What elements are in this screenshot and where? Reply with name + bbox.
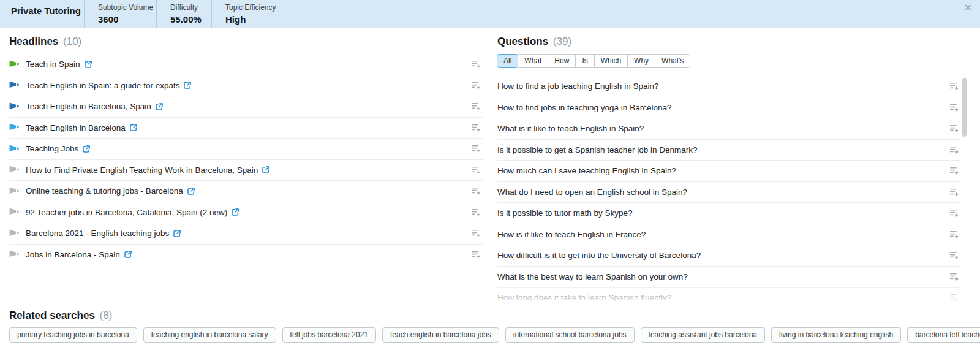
filter-tab[interactable]: What (518, 54, 548, 68)
headline-link[interactable]: Teach English in Barcelona, Spain (20, 102, 163, 111)
add-to-list-button[interactable] (471, 208, 481, 217)
headline-link[interactable]: Jobs in Barcelona - Spain (20, 250, 132, 259)
add-to-list-button[interactable] (949, 124, 959, 133)
headline-link[interactable]: Teaching Jobs (20, 144, 90, 153)
stat-item: Difficulty 55.00% (156, 0, 211, 28)
headline-text: Teach in Spain (26, 59, 80, 69)
headlines-title: Headlines (10) (9, 35, 483, 48)
question-text[interactable]: How to find jobs in teaching yoga in Bar… (497, 103, 671, 112)
external-link-icon (173, 230, 181, 237)
external-link-icon (124, 251, 132, 258)
question-text[interactable]: How difficult is it to get into the Univ… (497, 251, 701, 260)
add-to-list-button[interactable] (471, 250, 481, 259)
add-to-list-button[interactable] (949, 82, 959, 91)
add-to-list-button[interactable] (949, 230, 959, 239)
question-text[interactable]: How much can I save teaching English in … (497, 166, 676, 175)
headline-row: Teaching Jobs (9, 139, 483, 160)
questions-scrollbar[interactable] (962, 78, 967, 137)
add-to-list-button[interactable] (471, 123, 481, 132)
headline-link[interactable]: How to Find Private English Teaching Wor… (20, 166, 270, 175)
filter-tab[interactable]: Is (575, 54, 594, 68)
questions-list: How to find a job teaching English in Sp… (497, 76, 960, 302)
headline-row: Teach in Spain (9, 54, 483, 75)
megaphone-icon (9, 166, 20, 174)
content-right-edge (978, 28, 978, 358)
headline-link[interactable]: Teach English in Spain: a guide for expa… (20, 81, 191, 90)
question-text[interactable]: How is it like to teach English in Franc… (497, 230, 646, 239)
question-row: How to find jobs in teaching yoga in Bar… (497, 97, 960, 119)
questions-title-text: Questions (497, 36, 548, 47)
add-to-list-button[interactable] (949, 208, 959, 218)
filter-tab[interactable]: Which (594, 54, 628, 68)
add-to-list-button[interactable] (471, 166, 481, 175)
question-row: What is it like to teach English in Spai… (497, 118, 960, 140)
add-to-list-button[interactable] (949, 166, 959, 175)
headline-link[interactable]: Teach in Spain (20, 59, 92, 69)
add-to-list-button[interactable] (471, 59, 481, 69)
add-to-list-button[interactable] (471, 102, 481, 111)
panel-divider-vertical (488, 28, 488, 305)
external-link-icon (232, 208, 239, 216)
add-to-list-button[interactable] (949, 272, 959, 281)
filter-tab[interactable]: How (548, 54, 576, 68)
headline-row: 92 Teacher jobs in Barcelona, Catalonia,… (9, 202, 483, 224)
headline-link[interactable]: 92 Teacher jobs in Barcelona, Catalonia,… (20, 208, 239, 217)
question-text[interactable]: What is the best way to learn Spanish on… (497, 272, 688, 281)
headline-text: Teach English in Barcelona (26, 123, 126, 132)
add-to-list-button[interactable] (949, 188, 959, 197)
related-search-chip[interactable]: living in barcelona teaching english (771, 327, 901, 343)
filter-tab[interactable]: What's (655, 54, 690, 68)
add-to-list-button[interactable] (471, 81, 481, 90)
filter-tab[interactable]: Why (627, 54, 655, 68)
megaphone-icon (9, 60, 20, 69)
headline-row: Teach English in Spain: a guide for expa… (9, 75, 483, 97)
question-text[interactable]: What do I need to open an English school… (497, 188, 687, 197)
related-searches-title: Related searches (8) (9, 309, 971, 322)
stat-label: Topic Efficiency (225, 3, 297, 12)
topic-header: Private Tutoring Subtopic Volume 3600 Di… (0, 0, 980, 28)
add-to-list-button[interactable] (949, 251, 959, 260)
question-text[interactable]: Is it possible to tutor math by Skype? (497, 208, 633, 218)
question-filter-tabs: AllWhatHowIsWhichWhyWhat's (497, 54, 960, 68)
headline-link[interactable]: Online teaching & tutoring jobs - Barcel… (20, 186, 195, 196)
megaphone-icon (9, 187, 20, 196)
related-search-chip[interactable]: barcelona tefl teachers association (907, 327, 980, 343)
add-to-list-button[interactable] (949, 293, 959, 302)
add-to-list-button[interactable] (471, 144, 481, 153)
questions-title: Questions (39) (497, 35, 960, 48)
related-search-chip[interactable]: teaching assistant jobs barcelona (641, 327, 765, 343)
headline-text: Teaching Jobs (26, 144, 78, 153)
stat-value: High (225, 14, 297, 25)
headlines-title-text: Headlines (9, 36, 58, 47)
external-link-icon (262, 166, 270, 173)
related-search-chip[interactable]: tefl jobs barcelona 2021 (282, 327, 376, 343)
question-row: Is it possible to get a Spanish teacher … (497, 140, 960, 161)
headline-link[interactable]: Teach English in Barcelona (20, 123, 137, 132)
question-text[interactable]: How to find a job teaching English in Sp… (497, 82, 658, 91)
headline-row: Online teaching & tutoring jobs - Barcel… (9, 181, 483, 202)
megaphone-icon (9, 250, 20, 259)
stat-value: 55.00% (170, 14, 211, 25)
add-to-list-button[interactable] (949, 145, 959, 154)
question-text[interactable]: What is it like to teach English in Spai… (497, 124, 644, 133)
questions-panel: Questions (39) AllWhatHowIsWhichWhyWhat'… (497, 35, 960, 302)
filter-tab[interactable]: All (497, 54, 518, 68)
headline-text: Online teaching & tutoring jobs - Barcel… (26, 186, 183, 196)
headline-link[interactable]: Barcelona 2021 - English teaching jobs (20, 229, 181, 238)
question-text[interactable]: Is it possible to get a Spanish teacher … (497, 145, 697, 154)
headline-row: Teach English in Barcelona (9, 118, 483, 139)
add-to-list-button[interactable] (471, 186, 481, 196)
stat-item: Topic Efficiency High (211, 0, 297, 28)
related-search-chip[interactable]: teaching english in barcelona salary (143, 327, 276, 343)
add-to-list-button[interactable] (471, 229, 481, 238)
question-row: How difficult is it to get into the Univ… (497, 245, 960, 267)
headline-text: Barcelona 2021 - English teaching jobs (26, 229, 169, 238)
close-icon[interactable]: ✕ (964, 2, 972, 13)
related-search-chip[interactable]: primary teaching jobs in barcelona (9, 327, 137, 343)
add-to-list-button[interactable] (949, 103, 959, 112)
question-text[interactable]: How long does it take to learn Spanish f… (497, 293, 671, 302)
headline-row: Teach English in Barcelona, Spain (9, 96, 483, 118)
related-search-chip[interactable]: teach english in barcelona jobs (382, 327, 499, 343)
question-row: Is it possible to tutor math by Skype? (497, 203, 960, 224)
related-search-chip[interactable]: international school barcelona jobs (505, 327, 635, 343)
